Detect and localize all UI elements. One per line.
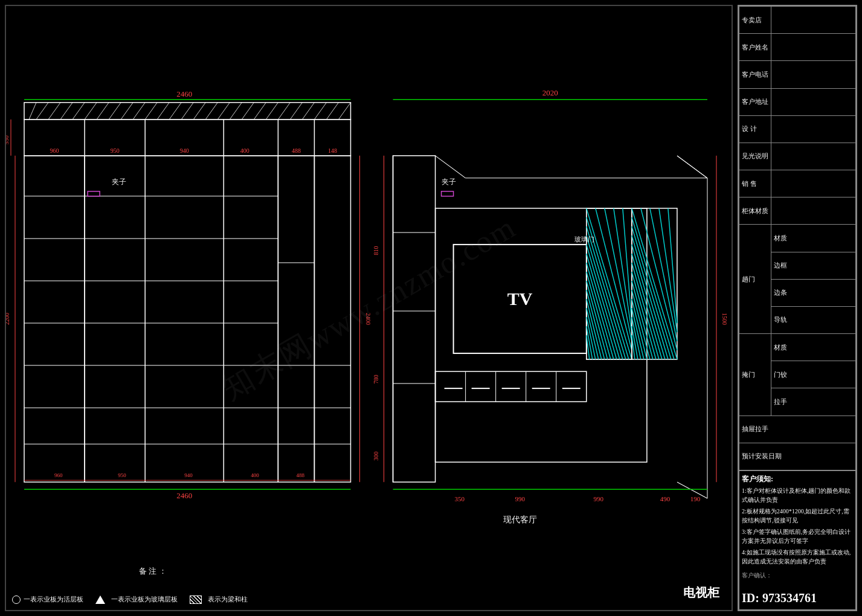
value-design: [771, 115, 856, 143]
row-address: 客户地址: [739, 88, 856, 115]
svg-line-9: [97, 103, 109, 120]
svg-line-17: [193, 103, 205, 120]
svg-text:300: 300: [373, 452, 379, 461]
svg-line-14: [157, 103, 169, 120]
svg-text:148: 148: [328, 147, 337, 154]
svg-line-26: [302, 103, 314, 120]
svg-text:350: 350: [454, 495, 465, 502]
value-cabinet-material: [771, 197, 856, 225]
svg-line-21: [242, 103, 254, 120]
svg-text:2200: 2200: [6, 313, 10, 325]
value-rail: 导轨: [771, 306, 856, 333]
svg-text:950: 950: [118, 472, 126, 478]
svg-text:400: 400: [251, 472, 259, 478]
svg-text:2400: 2400: [364, 313, 371, 325]
row-install: 预计安装日期: [739, 443, 856, 470]
svg-line-126: [632, 263, 659, 359]
svg-line-140: [436, 156, 466, 178]
value-edge-frame: 边框: [771, 252, 856, 279]
label-sales: 销 售: [739, 170, 771, 197]
notice-item-1: 1:客户对柜体设计及柜体,趟门的颜色和款式确认并负责: [742, 486, 853, 504]
svg-rect-38: [24, 156, 85, 482]
svg-line-13: [145, 103, 157, 120]
svg-line-16: [181, 103, 193, 120]
svg-rect-85: [393, 156, 436, 482]
info-table: 专卖店 客户姓名 客户电话 客户地址 设 计 见光说明: [739, 6, 856, 470]
svg-rect-57: [88, 191, 100, 196]
label-phone: 客户电话: [739, 61, 771, 88]
legend-movable-text: 一表示业板为活层板: [24, 595, 83, 604]
label-address: 客户地址: [739, 88, 771, 115]
svg-rect-90: [442, 191, 454, 196]
svg-line-6: [60, 103, 72, 120]
svg-text:夹子: 夹子: [442, 178, 456, 186]
label-hinged-door: 掩门: [739, 334, 771, 416]
svg-line-20: [230, 103, 242, 120]
legend-beam: 表示为梁和柱: [190, 595, 248, 604]
main-container: 知末网www.znzmo.com 2460: [0, 0, 862, 616]
svg-line-19: [217, 103, 230, 120]
label-drawer: 抽屉拉手: [739, 415, 856, 443]
svg-text:990: 990: [515, 495, 525, 502]
svg-text:TV: TV: [507, 289, 533, 309]
label-install: 预计安装日期: [739, 443, 856, 470]
svg-text:490: 490: [660, 495, 671, 502]
svg-line-5: [48, 103, 60, 120]
value-sales: [771, 170, 856, 197]
svg-line-3: [29, 103, 36, 120]
svg-text:960: 960: [50, 147, 59, 154]
svg-text:950: 950: [111, 147, 120, 154]
value-hinge: 门铰: [771, 361, 856, 388]
label-design: 设 计: [739, 115, 771, 143]
label-light: 见光说明: [739, 143, 771, 170]
row-cabinet-material: 柜体材质: [739, 197, 856, 225]
label-customer-name: 客户姓名: [739, 34, 771, 61]
svg-line-15: [169, 103, 181, 120]
legend-movable-shelf: 一表示业板为活层板: [12, 595, 83, 604]
svg-text:780: 780: [373, 375, 379, 384]
circle-symbol: [12, 595, 21, 604]
customer-confirm: 客户确认：: [742, 571, 853, 580]
svg-text:488: 488: [292, 147, 301, 154]
row-drawer: 抽屉拉手: [739, 415, 856, 443]
svg-line-100: [623, 208, 632, 323]
svg-line-24: [278, 103, 290, 120]
svg-line-12: [133, 103, 145, 120]
svg-line-10: [109, 103, 121, 120]
value-customer-name: [771, 34, 856, 61]
svg-line-141: [677, 156, 707, 178]
svg-text:190: 190: [690, 495, 701, 502]
notice-item-3: 3:客户签字确认图纸前,务必完全明白设计方案并无异议后方可签字: [742, 527, 853, 545]
legend-area: 一表示业板为活层板 一表示业板为玻璃层板 表示为梁和柱: [12, 595, 248, 604]
svg-rect-46: [85, 156, 278, 482]
notice-title: 客户须知:: [742, 473, 853, 484]
svg-line-120: [668, 208, 677, 323]
triangle-symbol: [95, 595, 105, 604]
row-design: 设 计: [739, 115, 856, 143]
svg-text:940: 940: [184, 472, 193, 478]
cad-drawing: 2460: [6, 6, 732, 610]
row-sliding-material: 材质: [771, 225, 856, 252]
row-store: 专卖店: [739, 7, 856, 34]
svg-text:990: 990: [594, 495, 604, 502]
svg-line-27: [314, 103, 326, 120]
info-panel: 专卖店 客户姓名 客户电话 客户地址 设 计 见光说明: [738, 5, 857, 611]
svg-line-7: [72, 103, 85, 120]
svg-line-28: [326, 103, 338, 120]
note-label: 备 注 ：: [139, 566, 167, 577]
legend-glass-shelf: 一表示业板为玻璃层板: [95, 595, 178, 604]
svg-line-22: [254, 103, 266, 120]
value-light: [771, 143, 856, 170]
svg-rect-64: [278, 156, 314, 482]
svg-line-8: [85, 103, 97, 120]
drawing-title: 电视柜: [683, 585, 719, 601]
notice-item-2: 2:板材规格为2400*1200,如超过此尺寸,需按结构调节,驳接可见: [742, 507, 853, 525]
row-sliding-door-header: 趟门 材质: [739, 225, 856, 252]
svg-line-109: [587, 290, 605, 359]
svg-rect-143: [436, 371, 587, 402]
svg-text:2020: 2020: [542, 88, 558, 97]
value-phone: [771, 61, 856, 88]
hatch-symbol: [190, 595, 202, 604]
svg-line-106: [587, 263, 614, 359]
svg-line-25: [290, 103, 302, 120]
